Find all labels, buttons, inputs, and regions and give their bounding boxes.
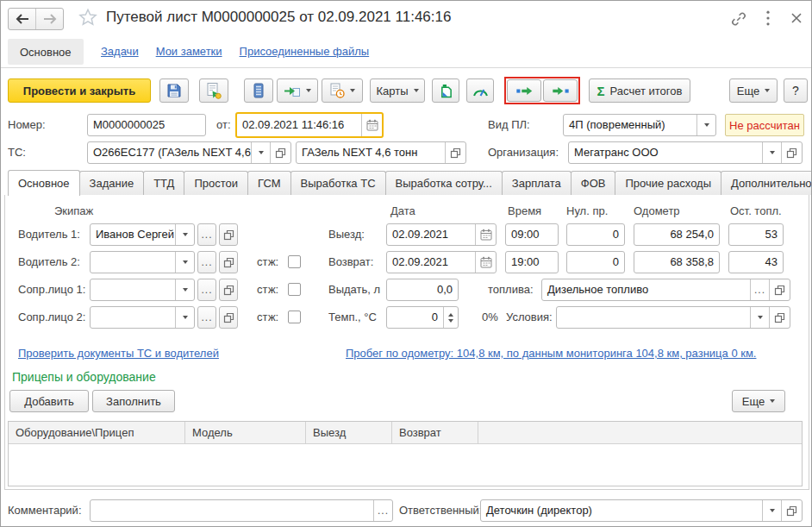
post-document-button[interactable] — [199, 78, 228, 103]
chevron-down-icon[interactable] — [750, 307, 769, 328]
tab-other-expenses[interactable]: Прочие расходы — [615, 171, 721, 195]
tab-vehicle-output[interactable]: Выработка ТС — [290, 171, 386, 195]
driver1-open-button[interactable] — [219, 223, 238, 246]
vehicle-model-field[interactable]: ГАЗель NEXT 4,6 тонн — [296, 141, 466, 164]
post-and-close-button[interactable]: Провести и закрыть — [8, 78, 151, 103]
trailers-fill-button[interactable]: Заполнить — [92, 390, 175, 412]
escort1-stz-checkbox[interactable] — [288, 283, 301, 296]
return-date-field[interactable]: 02.09.2021 — [386, 251, 497, 273]
calendar-icon[interactable] — [475, 252, 496, 273]
depart-odometer-field[interactable]: 68 254,0 — [634, 223, 720, 246]
document-structure-button[interactable] — [244, 78, 273, 103]
return-time-field[interactable]: 19:00 — [505, 251, 559, 273]
more-menu-kebab-icon[interactable] — [766, 10, 770, 29]
number-field[interactable]: М0000000025 — [87, 114, 206, 136]
escort1-pick-button[interactable]: ... — [197, 279, 216, 301]
temperature-spinner[interactable]: 0 — [386, 306, 459, 329]
waybill-type-combo[interactable]: 4П (повременный) — [563, 114, 716, 136]
driver2-pick-button[interactable]: ... — [197, 251, 216, 273]
maps-button[interactable]: Карты — [370, 78, 425, 103]
escort2-pick-button[interactable]: ... — [197, 306, 216, 329]
tab-fov[interactable]: ФОВ — [571, 171, 616, 195]
fuel-button[interactable] — [432, 78, 459, 103]
driver2-stz-checkbox[interactable] — [288, 255, 301, 268]
close-icon[interactable] — [790, 12, 803, 28]
chevron-down-icon[interactable] — [762, 500, 781, 521]
create-based-on-button[interactable] — [277, 78, 318, 103]
open-icon[interactable] — [769, 279, 790, 300]
open-icon[interactable] — [781, 142, 802, 163]
return-odometer-field[interactable]: 68 358,8 — [634, 251, 720, 273]
chevron-down-icon[interactable] — [696, 115, 715, 135]
favorite-star-icon[interactable] — [78, 8, 97, 30]
tab-additional[interactable]: Дополнительно — [721, 171, 812, 195]
tab-employee-output[interactable]: Выработка сотру... — [385, 171, 503, 195]
trailers-col-model[interactable]: Модель — [185, 422, 306, 443]
chevron-down-icon[interactable] — [175, 279, 194, 300]
fuel-type-combo[interactable]: Дизельное топливо ... — [541, 279, 790, 301]
return-zero-run-field[interactable]: 0 — [566, 251, 625, 273]
calc-totals-button[interactable]: Σ Расчет итогов — [589, 78, 690, 103]
tab-salary[interactable]: Зарплата — [502, 171, 572, 195]
monitoring-button[interactable] — [466, 78, 494, 103]
spinner-buttons[interactable] — [443, 307, 458, 328]
depart-zero-run-field[interactable]: 0 — [566, 223, 625, 246]
check-documents-link[interactable]: Проверить документы ТС и водителей — [18, 347, 219, 360]
depart-date-field[interactable]: 02.09.2021 — [386, 223, 497, 246]
calendar-icon[interactable] — [475, 224, 496, 245]
organization-combo[interactable]: Мегатранс ООО — [568, 141, 803, 164]
open-icon[interactable] — [270, 142, 290, 163]
chevron-down-icon[interactable] — [762, 142, 781, 163]
section-link-tasks[interactable]: Задачи — [101, 45, 139, 58]
tab-ttd[interactable]: ТТД — [143, 171, 184, 195]
comment-field[interactable]: ... — [90, 499, 393, 522]
trailers-more-button[interactable]: Еще — [732, 390, 785, 412]
chevron-down-icon[interactable] — [175, 307, 194, 328]
return-mark-button[interactable] — [543, 79, 578, 102]
escort2-stz-checkbox[interactable] — [288, 311, 301, 323]
chevron-down-icon[interactable] — [175, 252, 194, 273]
escort1-combo[interactable] — [90, 279, 195, 301]
open-icon[interactable] — [445, 142, 465, 163]
tab-main[interactable]: Основное — [8, 170, 80, 196]
trailers-col-return[interactable]: Возврат — [392, 422, 478, 443]
return-fuel-rest-field[interactable]: 43 — [728, 251, 784, 273]
section-tab-main[interactable]: Основное — [8, 39, 84, 65]
toolbar-more-button[interactable]: Еще — [729, 78, 778, 103]
help-button[interactable]: ? — [784, 78, 808, 103]
depart-time-field[interactable]: 09:00 — [505, 223, 559, 246]
tab-fuel[interactable]: ГСМ — [247, 171, 291, 195]
escort2-open-button[interactable] — [219, 306, 238, 329]
escort1-open-button[interactable] — [219, 279, 238, 301]
chevron-down-icon[interactable] — [251, 142, 270, 163]
back-button[interactable] — [9, 9, 35, 29]
pick-dots-icon[interactable]: ... — [750, 279, 769, 300]
forward-button[interactable] — [35, 9, 63, 29]
trailers-add-button[interactable]: Добавить — [9, 390, 89, 412]
trailers-col-depart[interactable]: Выезд — [306, 422, 392, 443]
reminder-button[interactable] — [322, 78, 363, 103]
vehicle-combo[interactable]: О266ЕС177 (ГАЗель NEXT 4,6 тон — [87, 141, 291, 164]
comment-input[interactable] — [91, 500, 373, 521]
responsible-combo[interactable]: Деточкин (директор) — [480, 499, 803, 522]
tab-task[interactable]: Задание — [79, 171, 145, 195]
issue-fuel-amount-field[interactable]: 0,0 — [386, 279, 459, 301]
tab-downtime[interactable]: Простои — [184, 171, 248, 195]
trailers-col-equipment[interactable]: Оборудование\Прицеп — [9, 422, 185, 443]
departure-mark-button[interactable] — [507, 79, 541, 102]
driver2-combo[interactable] — [90, 251, 195, 273]
depart-fuel-rest-field[interactable]: 53 — [728, 223, 784, 246]
trailers-table-body[interactable] — [9, 444, 802, 486]
get-link-icon[interactable] — [730, 10, 747, 31]
conditions-combo[interactable] — [556, 306, 790, 329]
pick-dots-icon[interactable]: ... — [373, 500, 392, 521]
section-link-notes[interactable]: Мои заметки — [156, 45, 222, 58]
open-icon[interactable] — [769, 307, 790, 328]
chevron-down-icon[interactable] — [175, 224, 194, 245]
driver1-combo[interactable]: Иванов Сергей — [90, 223, 195, 246]
section-link-attachments[interactable]: Присоединенные файлы — [240, 45, 370, 58]
mileage-info-link[interactable]: Пробег по одометру: 104,8 км, по данным … — [346, 347, 756, 360]
driver2-open-button[interactable] — [219, 251, 238, 273]
document-date-field[interactable]: 02.09.2021 11:46:16 — [235, 112, 384, 138]
driver1-pick-button[interactable]: ... — [197, 223, 216, 246]
